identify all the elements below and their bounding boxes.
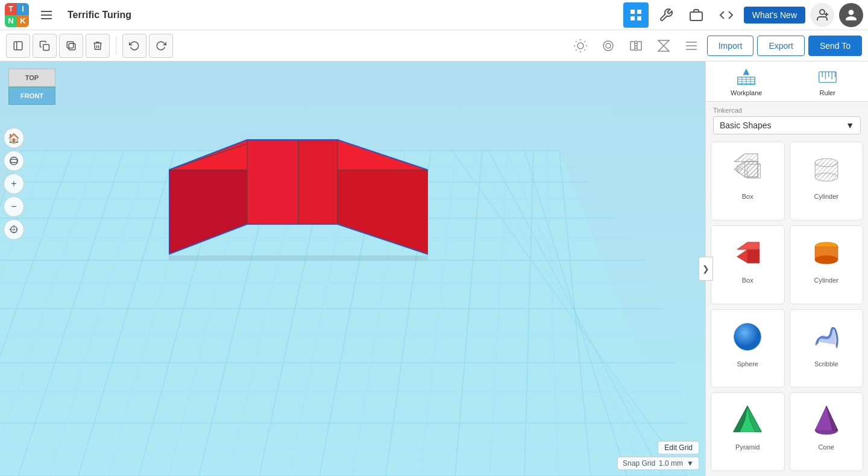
code-button[interactable] xyxy=(714,2,739,28)
home-view-button[interactable]: 🏠 xyxy=(4,128,24,148)
whats-new-button[interactable]: What's New xyxy=(744,7,805,23)
shape-preview-sphere-blue xyxy=(726,316,769,358)
svg-line-20 xyxy=(584,49,585,50)
svg-marker-87 xyxy=(298,140,338,224)
show-hide-button[interactable] xyxy=(6,34,30,58)
shapes-category-label: Basic Shapes xyxy=(720,121,772,130)
edit-grid-button[interactable]: Edit Grid xyxy=(658,441,699,454)
svg-point-131 xyxy=(734,323,761,350)
panel-tools: Workplane Ruler xyxy=(706,61,868,102)
view-top-label[interactable]: TOP xyxy=(8,69,55,87)
svg-point-8 xyxy=(820,10,825,14)
shape-name-box-ghost: Box xyxy=(742,193,753,200)
panel-collapse-arrow[interactable]: ❯ xyxy=(699,257,713,281)
shape-name-cylinder-ghost: Cylinder xyxy=(814,193,838,200)
svg-rect-5 xyxy=(631,16,635,20)
shape-preview-cylinder-ghost xyxy=(805,148,848,190)
shape-item-box-ghost[interactable]: Box xyxy=(711,142,785,221)
send-to-button[interactable]: Send To xyxy=(808,36,862,56)
shapes-grid: Box xyxy=(706,137,868,476)
snap-grid-control: Snap Grid 1.0 mm ▼ xyxy=(617,457,699,470)
svg-marker-125 xyxy=(737,242,760,249)
svg-line-23 xyxy=(576,49,576,50)
svg-marker-112 xyxy=(735,154,758,161)
shape-item-box-red[interactable]: Box xyxy=(711,225,785,304)
shape-item-scribble[interactable]: Scribble xyxy=(790,309,864,388)
add-user-button[interactable] xyxy=(810,3,834,27)
shape-preview-box-ghost xyxy=(726,148,769,190)
svg-marker-124 xyxy=(747,249,760,263)
shape-item-cylinder-orange[interactable]: Cylinder xyxy=(790,225,864,304)
logo-i: I xyxy=(17,3,29,15)
orbit-button[interactable] xyxy=(4,151,24,171)
3d-box-object[interactable] xyxy=(169,122,428,290)
svg-point-90 xyxy=(10,157,18,165)
svg-point-16 xyxy=(577,43,583,49)
shape-item-cylinder-ghost[interactable]: Cylinder xyxy=(790,142,864,221)
tools-button[interactable] xyxy=(653,2,679,28)
svg-rect-15 xyxy=(67,42,74,48)
camera-icon[interactable] xyxy=(596,34,620,58)
svg-marker-31 xyxy=(658,46,669,51)
svg-point-122 xyxy=(815,173,838,181)
shape-preview-scribble xyxy=(805,316,848,358)
snap-dropdown-icon[interactable]: ▼ xyxy=(687,459,694,468)
undo-button[interactable] xyxy=(122,34,146,58)
shape-preview-box-red xyxy=(726,232,769,274)
view-front-label[interactable]: FRONT xyxy=(8,87,55,105)
toolbar-divider xyxy=(116,37,116,55)
svg-rect-3 xyxy=(631,10,635,14)
logo-k: K xyxy=(17,15,29,27)
svg-line-19 xyxy=(576,41,576,42)
flip-icon[interactable] xyxy=(652,34,676,58)
shapes-dropdown-icon: ▼ xyxy=(846,121,854,130)
mirror-icon[interactable] xyxy=(624,34,648,58)
shape-name-box-red: Box xyxy=(742,277,753,284)
zoom-out-button[interactable]: − xyxy=(4,196,24,217)
svg-rect-27 xyxy=(631,42,635,50)
profile-avatar[interactable] xyxy=(839,3,863,27)
view-cube[interactable]: TOP FRONT xyxy=(8,69,55,105)
3d-viewport[interactable]: TOP FRONT 🏠 + − Edit Grid Snap Grid 1.0 … xyxy=(0,61,705,476)
delete-button[interactable] xyxy=(86,34,110,58)
snap-grid-label: Snap Grid xyxy=(623,459,655,468)
shapes-header: Tinkercad Basic Shapes ▼ xyxy=(706,102,868,137)
camera-controls: 🏠 + − xyxy=(4,128,24,240)
align-icon[interactable] xyxy=(679,34,703,58)
tinkercad-logo[interactable]: T I N K xyxy=(5,3,29,27)
svg-point-26 xyxy=(606,43,611,48)
tinkercad-brand-label: Tinkercad xyxy=(713,107,861,114)
import-button[interactable]: Import xyxy=(707,36,754,56)
gallery-button[interactable] xyxy=(684,2,709,28)
shape-item-pyramid-green[interactable]: Pyramid xyxy=(711,392,785,471)
shape-preview-cylinder-orange xyxy=(805,232,848,274)
svg-marker-102 xyxy=(743,69,750,75)
export-button[interactable]: Export xyxy=(757,36,804,56)
fit-view-button[interactable] xyxy=(4,219,24,240)
svg-marker-114 xyxy=(747,164,760,178)
svg-rect-13 xyxy=(43,44,49,50)
shapes-category-selector[interactable]: Basic Shapes ▼ xyxy=(713,116,861,134)
svg-line-24 xyxy=(584,41,585,42)
svg-point-91 xyxy=(10,159,18,162)
copy-button[interactable] xyxy=(33,34,57,58)
top-navigation: T I N K Terrific Turing What's New xyxy=(0,0,868,30)
svg-rect-14 xyxy=(69,43,75,50)
ruler-tool[interactable]: Ruler xyxy=(787,61,869,101)
shape-item-sphere-blue[interactable]: Sphere xyxy=(711,309,785,388)
toolbar-right-actions: Import Export Send To xyxy=(568,34,862,58)
zoom-in-button[interactable]: + xyxy=(4,174,24,194)
dashboard-button[interactable] xyxy=(623,2,649,28)
svg-point-130 xyxy=(815,255,838,264)
light-icon[interactable] xyxy=(568,34,593,58)
menu-button[interactable] xyxy=(34,2,59,28)
right-panel: ❯ Workplane xyxy=(705,61,868,476)
shape-item-cone-purple[interactable]: Cone xyxy=(790,392,864,471)
duplicate-button[interactable] xyxy=(59,34,83,58)
logo-n: N xyxy=(5,15,17,27)
workplane-tool[interactable]: Workplane xyxy=(706,61,787,101)
redo-button[interactable] xyxy=(149,34,173,58)
main-area: TOP FRONT 🏠 + − Edit Grid Snap Grid 1.0 … xyxy=(0,61,868,476)
shape-name-cylinder-orange: Cylinder xyxy=(814,277,838,284)
shape-preview-pyramid-green xyxy=(726,399,769,441)
